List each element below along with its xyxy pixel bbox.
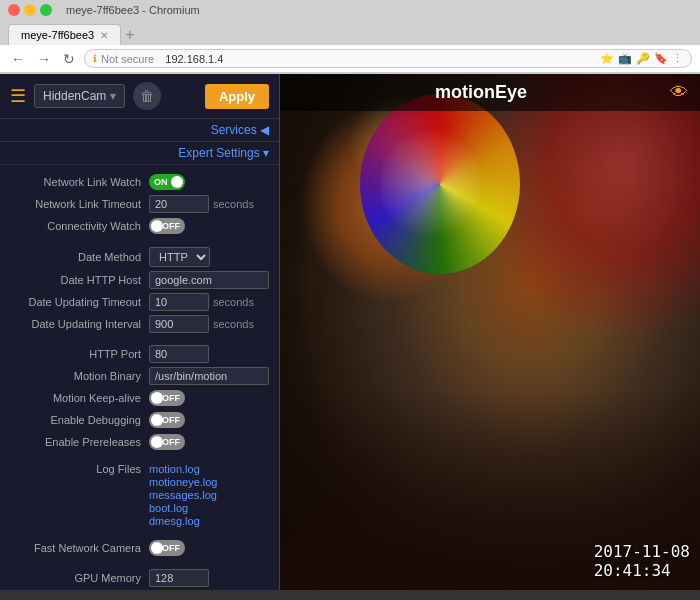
address-bar: ← → ↻ ℹ Not secure 192.168.1.4 ⭐ 📺 🔑 🔖 ⋮	[0, 45, 700, 73]
enable-debugging-label: Enable Debugging	[10, 414, 149, 426]
camera-timestamp-date: 2017-11-08	[594, 542, 690, 561]
date-method-select[interactable]: HTTP NTP	[149, 247, 210, 267]
enable-debugging-value: OFF	[162, 415, 182, 425]
date-updating-timeout-input[interactable]	[149, 293, 209, 311]
enable-prereleases-label: Enable Prereleases	[10, 436, 149, 448]
date-updating-timeout-row: Date Updating Timeout seconds	[0, 291, 279, 313]
hamburger-icon[interactable]: ☰	[10, 85, 26, 107]
minimize-traffic-light[interactable]	[24, 4, 36, 16]
enable-prereleases-toggle[interactable]: OFF	[149, 434, 185, 450]
browser-tab[interactable]: meye-7ff6bee3 ✕	[8, 24, 121, 45]
camera-timestamp-overlay: 2017-11-08 20:41:34	[594, 542, 690, 580]
motioneye-header: motionEye 👁	[280, 74, 700, 111]
new-tab-button[interactable]: +	[125, 26, 134, 44]
camera-timestamp-time: 20:41:34	[594, 561, 690, 580]
motion-keepalive-control: OFF	[149, 390, 269, 406]
motion-binary-label: Motion Binary	[10, 370, 149, 382]
http-port-control	[149, 345, 269, 363]
log-file-dmesg[interactable]: dmesg.log	[149, 515, 218, 527]
connectivity-watch-control: OFF	[149, 218, 269, 234]
network-link-watch-toggle[interactable]: ON	[149, 174, 185, 190]
back-button[interactable]: ←	[8, 51, 28, 67]
lock-icon: ℹ	[93, 53, 97, 64]
log-file-messages[interactable]: messages.log	[149, 489, 218, 501]
date-updating-interval-input[interactable]	[149, 315, 209, 333]
camera-selector[interactable]: HiddenCam ▾	[34, 84, 125, 108]
settings-section: Network Link Watch ON Network Link Timeo…	[0, 165, 279, 590]
star-icon[interactable]: ⭐	[600, 52, 614, 65]
camera-feed	[280, 74, 700, 590]
refresh-button[interactable]: ↻	[60, 51, 78, 67]
date-updating-interval-label: Date Updating Interval	[10, 318, 149, 330]
tab-close-button[interactable]: ✕	[100, 30, 108, 41]
services-link[interactable]: Services	[211, 123, 257, 137]
http-port-row: HTTP Port	[0, 343, 279, 365]
separator-1	[0, 237, 279, 245]
network-link-watch-value: ON	[152, 177, 168, 187]
fast-network-camera-label: Fast Network Camera	[10, 542, 149, 554]
expert-settings-bar: Expert Settings ▾	[0, 142, 279, 165]
date-updating-timeout-unit: seconds	[213, 296, 254, 308]
date-http-host-input[interactable]	[149, 271, 269, 289]
gpu-memory-control	[149, 569, 269, 587]
log-file-boot[interactable]: boot.log	[149, 502, 218, 514]
log-files-row: Log Files motion.log motioneye.log messa…	[0, 461, 279, 529]
enable-prereleases-row: Enable Prereleases OFF	[0, 431, 279, 453]
log-file-motioneye[interactable]: motioneye.log	[149, 476, 218, 488]
left-panel: ☰ HiddenCam ▾ 🗑 Apply Services ◀ Expert …	[0, 74, 280, 590]
protocol-label: Not secure	[101, 53, 154, 65]
key-icon: 🔑	[636, 52, 650, 65]
motion-keepalive-label: Motion Keep-alive	[10, 392, 149, 404]
enable-prereleases-control: OFF	[149, 434, 269, 450]
enable-csi-camera-led-row: Enable CSI Camera Led ON ↗	[0, 589, 279, 590]
date-http-host-row: Date HTTP Host	[0, 269, 279, 291]
delete-camera-button[interactable]: 🗑	[133, 82, 161, 110]
date-updating-timeout-label: Date Updating Timeout	[10, 296, 149, 308]
bookmark-icon[interactable]: 🔖	[654, 52, 668, 65]
date-http-host-control	[149, 271, 269, 289]
motion-binary-row: Motion Binary	[0, 365, 279, 387]
http-port-input[interactable]	[149, 345, 209, 363]
enable-debugging-toggle[interactable]: OFF	[149, 412, 185, 428]
log-files-label: Log Files	[10, 463, 149, 475]
cast-icon[interactable]: 📺	[618, 52, 632, 65]
network-link-timeout-unit: seconds	[213, 198, 254, 210]
separator-5	[0, 559, 279, 567]
date-http-host-label: Date HTTP Host	[10, 274, 149, 286]
motion-binary-input[interactable]	[149, 367, 269, 385]
separator-2	[0, 335, 279, 343]
services-bar: Services ◀	[0, 119, 279, 142]
camera-highlight	[380, 124, 480, 244]
expert-settings-link[interactable]: Expert Settings ▾	[178, 146, 269, 160]
tab-bar: meye-7ff6bee3 ✕ +	[0, 20, 700, 45]
url-bar[interactable]: ℹ Not secure 192.168.1.4 ⭐ 📺 🔑 🔖 ⋮	[84, 49, 692, 68]
date-updating-interval-control: seconds	[149, 315, 269, 333]
expert-settings-arrow-icon: ▾	[263, 146, 269, 160]
network-link-timeout-control: seconds	[149, 195, 269, 213]
enable-prereleases-value: OFF	[162, 437, 182, 447]
http-port-label: HTTP Port	[10, 348, 149, 360]
forward-button[interactable]: →	[34, 51, 54, 67]
motion-binary-control	[149, 367, 269, 385]
gpu-memory-input[interactable]	[149, 569, 209, 587]
tab-title: meye-7ff6bee3	[21, 29, 94, 41]
fast-network-camera-toggle[interactable]: OFF	[149, 540, 185, 556]
maximize-traffic-light[interactable]	[40, 4, 52, 16]
gpu-memory-row: GPU Memory	[0, 567, 279, 589]
motioneye-icon: 👁	[670, 82, 688, 103]
cam-name: HiddenCam	[43, 89, 106, 103]
date-method-label: Date Method	[10, 251, 149, 263]
connectivity-watch-toggle[interactable]: OFF	[149, 218, 185, 234]
close-traffic-light[interactable]	[8, 4, 20, 16]
motion-keepalive-toggle[interactable]: OFF	[149, 390, 185, 406]
apply-button[interactable]: Apply	[205, 84, 269, 109]
network-link-timeout-row: Network Link Timeout seconds	[0, 193, 279, 215]
separator-3	[0, 453, 279, 461]
log-file-motion[interactable]: motion.log	[149, 463, 218, 475]
menu-icon[interactable]: ⋮	[672, 52, 683, 65]
url-text: 192.168.1.4	[165, 53, 223, 65]
network-link-timeout-input[interactable]	[149, 195, 209, 213]
connectivity-watch-value: OFF	[162, 221, 182, 231]
traffic-lights	[8, 4, 52, 16]
enable-debugging-control: OFF	[149, 412, 269, 428]
